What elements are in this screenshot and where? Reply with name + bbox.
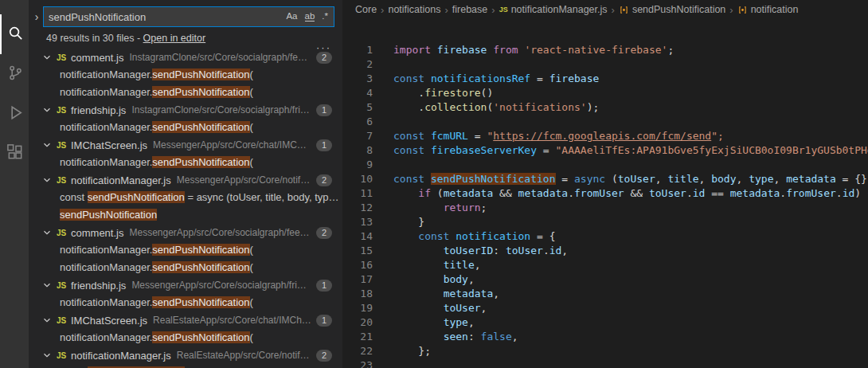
code-lines[interactable]: 1import firebase from 'react-native-fire…: [342, 19, 868, 368]
match-count-badge: 1: [316, 315, 332, 327]
search-result-file[interactable]: JSnotificationManager.jsMessengerApp/src…: [29, 171, 342, 189]
search-match[interactable]: notificationManager.sendPushNotification…: [29, 259, 342, 276]
search-result-file[interactable]: JScomment.jsMessengerApp/src/Core/social…: [29, 224, 342, 241]
search-result-file[interactable]: JSnotificationManager.jsRealEstateApp/sr…: [29, 346, 342, 364]
js-file-icon: JS: [57, 229, 71, 237]
js-file-icon: JS: [57, 176, 71, 185]
match-text-after: (: [250, 244, 253, 256]
code-line[interactable]: 11 if (metadata && metadata.fromUser && …: [342, 186, 868, 201]
code-text: .collection('notifications');: [373, 100, 599, 115]
match-highlight: sendPushNotification: [152, 69, 249, 80]
line-number: 16: [342, 258, 373, 272]
search-result-file[interactable]: JSIMChatScreen.jsMessengerApp/src/Core/c…: [29, 136, 342, 154]
code-line[interactable]: 9: [342, 158, 868, 172]
code-line[interactable]: 10const sendPushNotification = async (to…: [342, 172, 868, 186]
breadcrumb-item[interactable]: JSnotificationManager.js: [499, 4, 608, 15]
activity-search-button[interactable]: [0, 14, 29, 54]
search-result-file[interactable]: JSfriendship.jsMessengerApp/src/Core/soc…: [29, 276, 342, 294]
search-match[interactable]: notificationManager.sendPushNotification…: [29, 119, 342, 136]
search-match[interactable]: const sendPushNotification = async (toUs…: [29, 189, 342, 206]
summary-separator: -: [134, 33, 143, 44]
breadcrumb-label: notifications: [388, 4, 440, 15]
line-number: 5: [342, 100, 373, 115]
breadcrumb-item[interactable]: notification: [737, 4, 799, 15]
match-count-badge: 2: [316, 350, 332, 362]
search-input[interactable]: [49, 11, 281, 23]
file-path: RealEstateApp/src/Core/notific…: [177, 350, 311, 361]
match-highlight: sendPushNotification: [88, 191, 185, 203]
whole-word-toggle[interactable]: ab: [303, 10, 318, 23]
activity-extensions-button[interactable]: [0, 134, 29, 174]
code-line[interactable]: 5 .collection('notifications');: [342, 100, 868, 115]
activity-run-debug-button[interactable]: [0, 94, 29, 134]
search-result-file[interactable]: JSIMChatScreen.jsRealEstateApp/src/Core/…: [29, 311, 342, 329]
code-line[interactable]: 4 .firestore(): [342, 86, 868, 100]
code-line[interactable]: 16 title,: [342, 258, 868, 272]
js-file-icon: JS: [57, 316, 71, 325]
code-text: };: [373, 344, 431, 358]
line-number: 4: [342, 86, 373, 100]
code-text: toUser,: [373, 301, 487, 315]
search-input-row: › Aa ab .*: [29, 0, 342, 27]
activity-source-control-button[interactable]: [0, 54, 29, 94]
search-match[interactable]: const sendPushNotification = async (toUs…: [29, 364, 342, 368]
breadcrumb-item[interactable]: sendPushNotification: [619, 4, 725, 15]
code-line[interactable]: 13 }: [342, 215, 868, 229]
code-line[interactable]: 14 const notification = {: [342, 229, 868, 244]
code-line[interactable]: 22 };: [342, 344, 868, 358]
match-highlight: sendPushNotification: [152, 296, 249, 308]
code-text: [373, 358, 393, 368]
code-line[interactable]: 7const fcmURL = "https://fcm.googleapis.…: [342, 129, 868, 143]
code-line[interactable]: 21 seen: false,: [342, 330, 868, 344]
file-path: MessengerApp/src/Core/notific…: [177, 174, 311, 186]
breadcrumb-item[interactable]: notifications: [388, 4, 440, 15]
breadcrumb-item[interactable]: Core: [355, 4, 377, 15]
search-match[interactable]: sendPushNotification: [29, 206, 342, 224]
code-line[interactable]: 6: [342, 115, 868, 129]
chevron-down-icon: [43, 351, 57, 359]
chevron-right-icon: ›: [612, 4, 615, 16]
code-text: const sendPushNotification = async (toUs…: [373, 172, 868, 186]
code-line[interactable]: 18 metadata,: [342, 287, 868, 301]
breadcrumb-item[interactable]: firebase: [452, 4, 487, 15]
code-line[interactable]: 17 body,: [342, 272, 868, 287]
match-highlight: sendPushNotification: [152, 86, 249, 98]
run-debug-icon: [6, 104, 25, 124]
line-number: 2: [342, 57, 373, 72]
search-result-file[interactable]: JScomment.jsInstagramClone/src/Core/soci…: [29, 49, 342, 66]
match-highlight: sendPushNotification: [152, 261, 249, 273]
line-number: 23: [342, 358, 373, 368]
search-more-actions-button[interactable]: ···: [316, 44, 331, 52]
code-line[interactable]: 12 return;: [342, 201, 868, 215]
search-match[interactable]: notificationManager.sendPushNotification…: [29, 84, 342, 101]
match-text-after: = async (toUser, title, body, typ…: [185, 191, 339, 203]
search-match[interactable]: notificationManager.sendPushNotification…: [29, 241, 342, 259]
line-number: 15: [342, 244, 373, 258]
search-match[interactable]: notificationManager.sendPushNotification…: [29, 329, 342, 346]
search-match[interactable]: notificationManager.sendPushNotification…: [29, 66, 342, 84]
open-in-editor-link[interactable]: Open in editor: [143, 33, 206, 44]
code-line[interactable]: 1import firebase from 'react-native-fire…: [342, 43, 868, 57]
file-name: friendship.js: [71, 280, 126, 292]
breadcrumb-label: firebase: [452, 4, 487, 15]
search-match[interactable]: notificationManager.sendPushNotification…: [29, 154, 342, 171]
editor-pane[interactable]: Core›notifications›firebase›JSnotificati…: [342, 0, 868, 368]
code-line[interactable]: 8const firebaseServerKey = "AAAAeliTfEs:…: [342, 143, 868, 158]
search-match[interactable]: notificationManager.sendPushNotification…: [29, 294, 342, 311]
code-line[interactable]: 2: [342, 57, 868, 72]
line-number: 12: [342, 201, 373, 215]
results-count-text: 49 results in 30 files: [46, 33, 134, 44]
symbol-icon: [619, 5, 629, 15]
match-case-toggle[interactable]: Aa: [283, 10, 299, 23]
regex-toggle[interactable]: .*: [319, 10, 330, 23]
code-line[interactable]: 23: [342, 358, 868, 368]
code-text: const notification = {: [373, 229, 556, 244]
chevron-down-icon: [43, 176, 57, 184]
search-result-file[interactable]: JSfriendship.jsInstagramClone/src/Core/s…: [29, 101, 342, 119]
line-number: 6: [342, 115, 373, 129]
code-line[interactable]: 19 toUser,: [342, 301, 868, 315]
toggle-replace-button[interactable]: ›: [30, 6, 43, 27]
code-line[interactable]: 20 type,: [342, 315, 868, 330]
code-line[interactable]: 15 toUserID: toUser.id,: [342, 244, 868, 258]
code-line[interactable]: 3const notificationsRef = firebase: [342, 72, 868, 86]
